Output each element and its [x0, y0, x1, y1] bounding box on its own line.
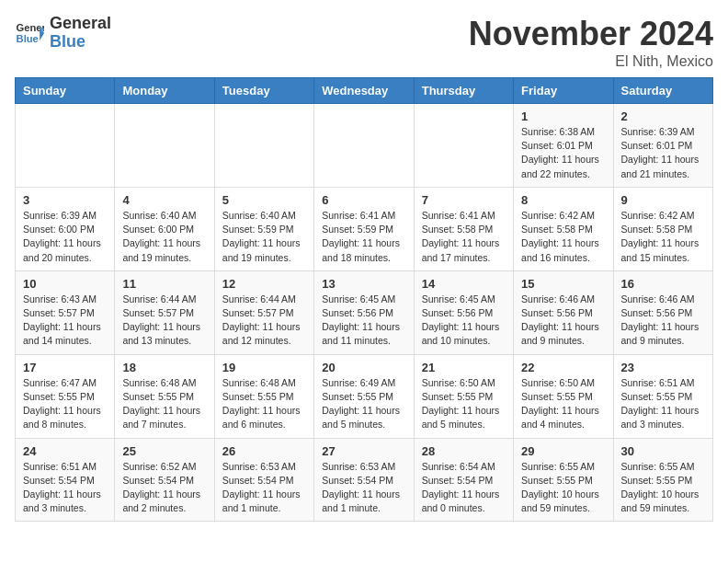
day-cell-16: 16Sunrise: 6:46 AM Sunset: 5:56 PM Dayli…: [613, 270, 712, 354]
day-info-30: Sunrise: 6:55 AM Sunset: 5:55 PM Dayligh…: [621, 460, 705, 516]
week-row-1: 1Sunrise: 6:38 AM Sunset: 6:01 PM Daylig…: [16, 104, 713, 188]
day-number-23: 23: [621, 361, 705, 374]
page-header: General Blue General Blue November 2024 …: [15, 15, 713, 70]
day-cell-28: 28Sunrise: 6:54 AM Sunset: 5:54 PM Dayli…: [414, 438, 513, 522]
calendar-header-row: SundayMondayTuesdayWednesdayThursdayFrid…: [16, 78, 713, 104]
day-number-30: 30: [621, 444, 705, 458]
week-row-2: 3Sunrise: 6:39 AM Sunset: 6:00 PM Daylig…: [16, 187, 713, 270]
day-info-1: Sunrise: 6:38 AM Sunset: 6:01 PM Dayligh…: [521, 125, 605, 181]
day-info-16: Sunrise: 6:46 AM Sunset: 5:56 PM Dayligh…: [621, 293, 705, 349]
day-number-11: 11: [122, 277, 206, 291]
day-number-22: 22: [521, 361, 605, 374]
day-number-4: 4: [122, 193, 206, 207]
header-sunday: Sunday: [16, 78, 115, 104]
day-info-7: Sunrise: 6:41 AM Sunset: 5:58 PM Dayligh…: [422, 209, 506, 265]
day-info-3: Sunrise: 6:39 AM Sunset: 6:00 PM Dayligh…: [23, 209, 107, 265]
day-number-3: 3: [23, 193, 107, 207]
day-cell-19: 19Sunrise: 6:48 AM Sunset: 5:55 PM Dayli…: [214, 354, 313, 438]
day-number-9: 9: [621, 193, 705, 207]
day-info-9: Sunrise: 6:42 AM Sunset: 5:58 PM Dayligh…: [621, 209, 705, 265]
header-wednesday: Wednesday: [314, 78, 414, 104]
day-number-28: 28: [422, 444, 506, 458]
day-cell-8: 8Sunrise: 6:42 AM Sunset: 5:58 PM Daylig…: [514, 187, 613, 270]
day-cell-24: 24Sunrise: 6:51 AM Sunset: 5:54 PM Dayli…: [16, 438, 115, 522]
day-info-4: Sunrise: 6:40 AM Sunset: 6:00 PM Dayligh…: [122, 209, 206, 265]
day-cell-2: 2Sunrise: 6:39 AM Sunset: 6:01 PM Daylig…: [613, 104, 712, 188]
day-info-11: Sunrise: 6:44 AM Sunset: 5:57 PM Dayligh…: [122, 293, 206, 349]
day-number-2: 2: [621, 109, 705, 123]
week-row-4: 17Sunrise: 6:47 AM Sunset: 5:55 PM Dayli…: [16, 354, 713, 438]
day-cell-12: 12Sunrise: 6:44 AM Sunset: 5:57 PM Dayli…: [214, 270, 313, 354]
day-number-27: 27: [322, 444, 405, 458]
day-info-6: Sunrise: 6:41 AM Sunset: 5:59 PM Dayligh…: [322, 209, 405, 265]
day-info-22: Sunrise: 6:50 AM Sunset: 5:55 PM Dayligh…: [521, 376, 605, 432]
day-number-24: 24: [23, 444, 107, 458]
header-thursday: Thursday: [414, 78, 513, 104]
day-cell-25: 25Sunrise: 6:52 AM Sunset: 5:54 PM Dayli…: [115, 438, 214, 522]
header-tuesday: Tuesday: [214, 78, 313, 104]
day-number-16: 16: [621, 277, 705, 291]
day-cell-10: 10Sunrise: 6:43 AM Sunset: 5:57 PM Dayli…: [16, 270, 115, 354]
week-row-3: 10Sunrise: 6:43 AM Sunset: 5:57 PM Dayli…: [16, 270, 713, 354]
logo: General Blue General Blue: [15, 15, 111, 52]
day-info-29: Sunrise: 6:55 AM Sunset: 5:55 PM Dayligh…: [521, 460, 605, 516]
empty-cell-w0-d1: [115, 104, 214, 188]
day-info-8: Sunrise: 6:42 AM Sunset: 5:58 PM Dayligh…: [521, 209, 605, 265]
month-title: November 2024: [469, 15, 713, 53]
day-cell-23: 23Sunrise: 6:51 AM Sunset: 5:55 PM Dayli…: [613, 354, 712, 438]
day-number-20: 20: [322, 361, 405, 374]
day-number-17: 17: [23, 361, 107, 374]
day-number-7: 7: [422, 193, 506, 207]
day-cell-30: 30Sunrise: 6:55 AM Sunset: 5:55 PM Dayli…: [613, 438, 712, 522]
day-cell-9: 9Sunrise: 6:42 AM Sunset: 5:58 PM Daylig…: [613, 187, 712, 270]
logo-general-text: General: [50, 15, 111, 33]
day-cell-20: 20Sunrise: 6:49 AM Sunset: 5:55 PM Dayli…: [314, 354, 414, 438]
logo-icon: General Blue: [15, 18, 44, 48]
day-info-28: Sunrise: 6:54 AM Sunset: 5:54 PM Dayligh…: [422, 460, 506, 516]
day-cell-6: 6Sunrise: 6:41 AM Sunset: 5:59 PM Daylig…: [314, 187, 414, 270]
day-cell-5: 5Sunrise: 6:40 AM Sunset: 5:59 PM Daylig…: [214, 187, 313, 270]
header-saturday: Saturday: [613, 78, 712, 104]
title-block: November 2024 El Nith, Mexico: [469, 15, 713, 70]
empty-cell-w0-d2: [214, 104, 313, 188]
day-info-24: Sunrise: 6:51 AM Sunset: 5:54 PM Dayligh…: [23, 460, 107, 516]
day-cell-18: 18Sunrise: 6:48 AM Sunset: 5:55 PM Dayli…: [115, 354, 214, 438]
day-number-29: 29: [521, 444, 605, 458]
svg-text:Blue: Blue: [17, 32, 39, 43]
empty-cell-w0-d0: [16, 104, 115, 188]
day-number-10: 10: [23, 277, 107, 291]
day-info-25: Sunrise: 6:52 AM Sunset: 5:54 PM Dayligh…: [122, 460, 206, 516]
day-number-26: 26: [222, 444, 306, 458]
empty-cell-w0-d3: [314, 104, 414, 188]
calendar-table: SundayMondayTuesdayWednesdayThursdayFrid…: [15, 77, 713, 522]
day-cell-29: 29Sunrise: 6:55 AM Sunset: 5:55 PM Dayli…: [514, 438, 613, 522]
day-cell-14: 14Sunrise: 6:45 AM Sunset: 5:56 PM Dayli…: [414, 270, 513, 354]
header-friday: Friday: [514, 78, 613, 104]
day-info-13: Sunrise: 6:45 AM Sunset: 5:56 PM Dayligh…: [322, 293, 405, 349]
location-subtitle: El Nith, Mexico: [469, 53, 713, 70]
day-cell-1: 1Sunrise: 6:38 AM Sunset: 6:01 PM Daylig…: [514, 104, 613, 188]
day-cell-13: 13Sunrise: 6:45 AM Sunset: 5:56 PM Dayli…: [314, 270, 414, 354]
day-cell-21: 21Sunrise: 6:50 AM Sunset: 5:55 PM Dayli…: [414, 354, 513, 438]
day-cell-22: 22Sunrise: 6:50 AM Sunset: 5:55 PM Dayli…: [514, 354, 613, 438]
day-cell-7: 7Sunrise: 6:41 AM Sunset: 5:58 PM Daylig…: [414, 187, 513, 270]
week-row-5: 24Sunrise: 6:51 AM Sunset: 5:54 PM Dayli…: [16, 438, 713, 522]
day-number-13: 13: [322, 277, 405, 291]
day-cell-26: 26Sunrise: 6:53 AM Sunset: 5:54 PM Dayli…: [214, 438, 313, 522]
day-info-18: Sunrise: 6:48 AM Sunset: 5:55 PM Dayligh…: [122, 376, 206, 432]
day-info-5: Sunrise: 6:40 AM Sunset: 5:59 PM Dayligh…: [222, 209, 306, 265]
empty-cell-w0-d4: [414, 104, 513, 188]
day-info-19: Sunrise: 6:48 AM Sunset: 5:55 PM Dayligh…: [222, 376, 306, 432]
day-info-12: Sunrise: 6:44 AM Sunset: 5:57 PM Dayligh…: [222, 293, 306, 349]
day-number-1: 1: [521, 109, 605, 123]
day-number-5: 5: [222, 193, 306, 207]
day-number-25: 25: [122, 444, 206, 458]
day-cell-11: 11Sunrise: 6:44 AM Sunset: 5:57 PM Dayli…: [115, 270, 214, 354]
day-info-27: Sunrise: 6:53 AM Sunset: 5:54 PM Dayligh…: [322, 460, 405, 516]
day-info-23: Sunrise: 6:51 AM Sunset: 5:55 PM Dayligh…: [621, 376, 705, 432]
day-info-14: Sunrise: 6:45 AM Sunset: 5:56 PM Dayligh…: [422, 293, 506, 349]
day-number-8: 8: [521, 193, 605, 207]
day-info-26: Sunrise: 6:53 AM Sunset: 5:54 PM Dayligh…: [222, 460, 306, 516]
day-info-17: Sunrise: 6:47 AM Sunset: 5:55 PM Dayligh…: [23, 376, 107, 432]
day-number-19: 19: [222, 361, 306, 374]
